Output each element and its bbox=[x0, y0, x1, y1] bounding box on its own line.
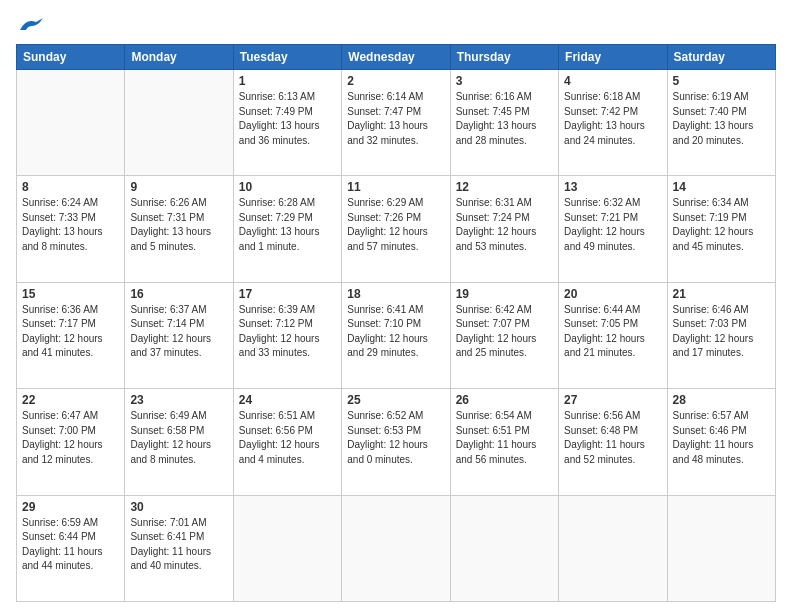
day-number: 3 bbox=[456, 74, 553, 88]
calendar-cell: 1Sunrise: 6:13 AMSunset: 7:49 PMDaylight… bbox=[233, 70, 341, 176]
day-number: 20 bbox=[564, 287, 661, 301]
calendar-cell bbox=[17, 70, 125, 176]
day-info: Sunrise: 6:32 AMSunset: 7:21 PMDaylight:… bbox=[564, 196, 661, 254]
day-number: 2 bbox=[347, 74, 444, 88]
day-number: 22 bbox=[22, 393, 119, 407]
day-info: Sunrise: 6:57 AMSunset: 6:46 PMDaylight:… bbox=[673, 409, 770, 467]
day-info: Sunrise: 6:49 AMSunset: 6:58 PMDaylight:… bbox=[130, 409, 227, 467]
calendar-cell: 13Sunrise: 6:32 AMSunset: 7:21 PMDayligh… bbox=[559, 176, 667, 282]
calendar-week-3: 22Sunrise: 6:47 AMSunset: 7:00 PMDayligh… bbox=[17, 389, 776, 495]
calendar-cell: 10Sunrise: 6:28 AMSunset: 7:29 PMDayligh… bbox=[233, 176, 341, 282]
calendar-cell: 11Sunrise: 6:29 AMSunset: 7:26 PMDayligh… bbox=[342, 176, 450, 282]
day-info: Sunrise: 6:34 AMSunset: 7:19 PMDaylight:… bbox=[673, 196, 770, 254]
day-info: Sunrise: 6:31 AMSunset: 7:24 PMDaylight:… bbox=[456, 196, 553, 254]
day-info: Sunrise: 6:26 AMSunset: 7:31 PMDaylight:… bbox=[130, 196, 227, 254]
day-info: Sunrise: 6:42 AMSunset: 7:07 PMDaylight:… bbox=[456, 303, 553, 361]
calendar-table: SundayMondayTuesdayWednesdayThursdayFrid… bbox=[16, 44, 776, 602]
calendar-week-4: 29Sunrise: 6:59 AMSunset: 6:44 PMDayligh… bbox=[17, 495, 776, 601]
day-number: 14 bbox=[673, 180, 770, 194]
day-info: Sunrise: 6:56 AMSunset: 6:48 PMDaylight:… bbox=[564, 409, 661, 467]
day-of-week-row: SundayMondayTuesdayWednesdayThursdayFrid… bbox=[17, 45, 776, 70]
calendar-cell: 25Sunrise: 6:52 AMSunset: 6:53 PMDayligh… bbox=[342, 389, 450, 495]
day-number: 19 bbox=[456, 287, 553, 301]
calendar-cell: 18Sunrise: 6:41 AMSunset: 7:10 PMDayligh… bbox=[342, 282, 450, 388]
logo bbox=[16, 18, 44, 36]
calendar-cell: 21Sunrise: 6:46 AMSunset: 7:03 PMDayligh… bbox=[667, 282, 775, 388]
day-number: 4 bbox=[564, 74, 661, 88]
calendar-cell: 4Sunrise: 6:18 AMSunset: 7:42 PMDaylight… bbox=[559, 70, 667, 176]
day-info: Sunrise: 6:16 AMSunset: 7:45 PMDaylight:… bbox=[456, 90, 553, 148]
calendar-cell: 30Sunrise: 7:01 AMSunset: 6:41 PMDayligh… bbox=[125, 495, 233, 601]
day-header-friday: Friday bbox=[559, 45, 667, 70]
day-info: Sunrise: 6:47 AMSunset: 7:00 PMDaylight:… bbox=[22, 409, 119, 467]
day-header-saturday: Saturday bbox=[667, 45, 775, 70]
day-number: 9 bbox=[130, 180, 227, 194]
calendar-body: 1Sunrise: 6:13 AMSunset: 7:49 PMDaylight… bbox=[17, 70, 776, 602]
header bbox=[16, 14, 776, 36]
day-number: 18 bbox=[347, 287, 444, 301]
calendar-week-0: 1Sunrise: 6:13 AMSunset: 7:49 PMDaylight… bbox=[17, 70, 776, 176]
day-number: 11 bbox=[347, 180, 444, 194]
day-info: Sunrise: 6:29 AMSunset: 7:26 PMDaylight:… bbox=[347, 196, 444, 254]
calendar-cell bbox=[125, 70, 233, 176]
calendar-cell: 5Sunrise: 6:19 AMSunset: 7:40 PMDaylight… bbox=[667, 70, 775, 176]
calendar-cell: 27Sunrise: 6:56 AMSunset: 6:48 PMDayligh… bbox=[559, 389, 667, 495]
day-info: Sunrise: 6:46 AMSunset: 7:03 PMDaylight:… bbox=[673, 303, 770, 361]
day-info: Sunrise: 6:19 AMSunset: 7:40 PMDaylight:… bbox=[673, 90, 770, 148]
calendar-cell: 9Sunrise: 6:26 AMSunset: 7:31 PMDaylight… bbox=[125, 176, 233, 282]
calendar-cell: 17Sunrise: 6:39 AMSunset: 7:12 PMDayligh… bbox=[233, 282, 341, 388]
day-number: 5 bbox=[673, 74, 770, 88]
day-number: 24 bbox=[239, 393, 336, 407]
day-info: Sunrise: 6:13 AMSunset: 7:49 PMDaylight:… bbox=[239, 90, 336, 148]
day-info: Sunrise: 6:54 AMSunset: 6:51 PMDaylight:… bbox=[456, 409, 553, 467]
day-number: 8 bbox=[22, 180, 119, 194]
day-number: 28 bbox=[673, 393, 770, 407]
day-header-thursday: Thursday bbox=[450, 45, 558, 70]
day-info: Sunrise: 6:28 AMSunset: 7:29 PMDaylight:… bbox=[239, 196, 336, 254]
calendar-cell bbox=[233, 495, 341, 601]
calendar-cell: 20Sunrise: 6:44 AMSunset: 7:05 PMDayligh… bbox=[559, 282, 667, 388]
calendar-cell: 28Sunrise: 6:57 AMSunset: 6:46 PMDayligh… bbox=[667, 389, 775, 495]
day-number: 30 bbox=[130, 500, 227, 514]
day-number: 15 bbox=[22, 287, 119, 301]
day-number: 16 bbox=[130, 287, 227, 301]
page: SundayMondayTuesdayWednesdayThursdayFrid… bbox=[0, 0, 792, 612]
day-number: 17 bbox=[239, 287, 336, 301]
day-info: Sunrise: 6:51 AMSunset: 6:56 PMDaylight:… bbox=[239, 409, 336, 467]
day-info: Sunrise: 6:14 AMSunset: 7:47 PMDaylight:… bbox=[347, 90, 444, 148]
day-number: 27 bbox=[564, 393, 661, 407]
day-number: 12 bbox=[456, 180, 553, 194]
calendar-cell bbox=[342, 495, 450, 601]
day-number: 13 bbox=[564, 180, 661, 194]
calendar-cell bbox=[667, 495, 775, 601]
calendar-cell: 2Sunrise: 6:14 AMSunset: 7:47 PMDaylight… bbox=[342, 70, 450, 176]
calendar-week-1: 8Sunrise: 6:24 AMSunset: 7:33 PMDaylight… bbox=[17, 176, 776, 282]
calendar-cell: 26Sunrise: 6:54 AMSunset: 6:51 PMDayligh… bbox=[450, 389, 558, 495]
calendar-cell: 8Sunrise: 6:24 AMSunset: 7:33 PMDaylight… bbox=[17, 176, 125, 282]
calendar-cell bbox=[559, 495, 667, 601]
day-number: 21 bbox=[673, 287, 770, 301]
day-info: Sunrise: 6:44 AMSunset: 7:05 PMDaylight:… bbox=[564, 303, 661, 361]
day-header-tuesday: Tuesday bbox=[233, 45, 341, 70]
day-info: Sunrise: 6:36 AMSunset: 7:17 PMDaylight:… bbox=[22, 303, 119, 361]
day-number: 29 bbox=[22, 500, 119, 514]
day-info: Sunrise: 6:39 AMSunset: 7:12 PMDaylight:… bbox=[239, 303, 336, 361]
calendar-cell: 16Sunrise: 6:37 AMSunset: 7:14 PMDayligh… bbox=[125, 282, 233, 388]
day-header-monday: Monday bbox=[125, 45, 233, 70]
day-number: 23 bbox=[130, 393, 227, 407]
calendar-week-2: 15Sunrise: 6:36 AMSunset: 7:17 PMDayligh… bbox=[17, 282, 776, 388]
calendar-cell: 23Sunrise: 6:49 AMSunset: 6:58 PMDayligh… bbox=[125, 389, 233, 495]
day-info: Sunrise: 6:24 AMSunset: 7:33 PMDaylight:… bbox=[22, 196, 119, 254]
day-header-wednesday: Wednesday bbox=[342, 45, 450, 70]
calendar-cell: 22Sunrise: 6:47 AMSunset: 7:00 PMDayligh… bbox=[17, 389, 125, 495]
calendar-cell: 14Sunrise: 6:34 AMSunset: 7:19 PMDayligh… bbox=[667, 176, 775, 282]
calendar-cell: 24Sunrise: 6:51 AMSunset: 6:56 PMDayligh… bbox=[233, 389, 341, 495]
day-number: 10 bbox=[239, 180, 336, 194]
day-info: Sunrise: 6:59 AMSunset: 6:44 PMDaylight:… bbox=[22, 516, 119, 574]
calendar-cell: 29Sunrise: 6:59 AMSunset: 6:44 PMDayligh… bbox=[17, 495, 125, 601]
calendar-cell: 15Sunrise: 6:36 AMSunset: 7:17 PMDayligh… bbox=[17, 282, 125, 388]
day-number: 1 bbox=[239, 74, 336, 88]
calendar-cell bbox=[450, 495, 558, 601]
day-info: Sunrise: 6:52 AMSunset: 6:53 PMDaylight:… bbox=[347, 409, 444, 467]
calendar-cell: 19Sunrise: 6:42 AMSunset: 7:07 PMDayligh… bbox=[450, 282, 558, 388]
